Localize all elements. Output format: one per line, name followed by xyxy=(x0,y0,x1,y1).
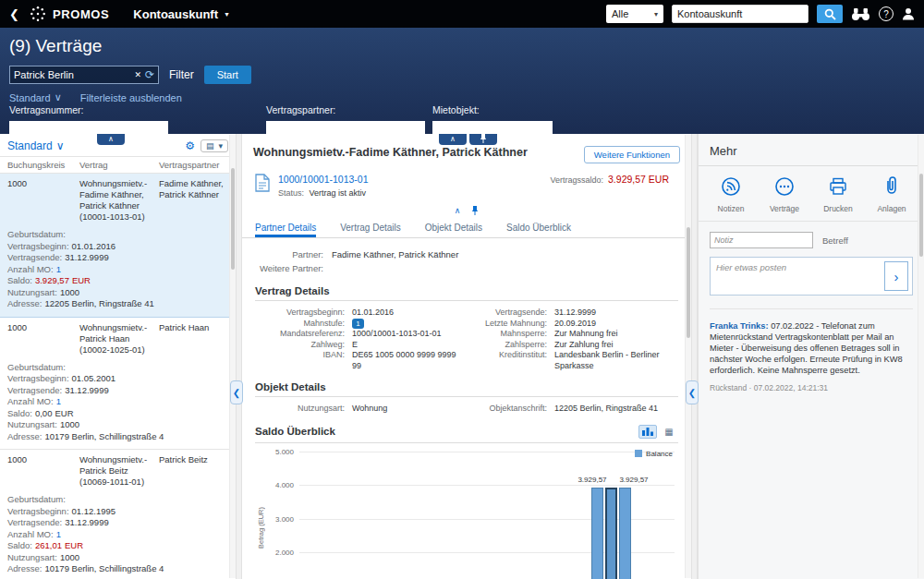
form-value: Wohnung xyxy=(352,404,387,415)
top-bar: ❮ PROMOS Kontoauskunft ▼ Alle ▾ xyxy=(0,0,924,28)
view-switch-button[interactable]: ▤ ▾ xyxy=(201,139,228,152)
pin-detail-tab[interactable] xyxy=(469,134,497,145)
detail-value: 31.12.9999 xyxy=(65,252,109,262)
detail-label: Adresse: xyxy=(7,298,43,308)
hide-filterbar-link[interactable]: Filterleiste ausblenden xyxy=(80,91,182,103)
note-composer-input[interactable] xyxy=(711,258,881,295)
tab-vertrag-details[interactable]: Vertrag Details xyxy=(340,218,401,237)
more-functions-button[interactable]: Weitere Funktionen xyxy=(584,146,680,163)
table-toggle-button[interactable]: ▦ xyxy=(660,425,678,439)
grid-view-icon: ▤ xyxy=(206,141,214,151)
tool-label: Anlagen xyxy=(869,204,915,213)
back-icon[interactable]: ❮ xyxy=(9,7,19,21)
contract-list-panel: Standard ∨ ⚙ ▤ ▾ Buchungskreis Vertrag V… xyxy=(0,134,236,579)
user-icon[interactable] xyxy=(902,7,915,20)
detail-value: 10179 Berlin, Schillingstraße 4 xyxy=(45,431,164,441)
refresh-icon[interactable]: ⟳ xyxy=(145,68,154,81)
scope-select[interactable]: Alle ▾ xyxy=(606,5,663,23)
collapse-list-tab[interactable]: ∧ xyxy=(97,134,125,145)
filter-field-vertragsnummer: Vertragsnummer: xyxy=(9,104,168,136)
start-button[interactable]: Start xyxy=(204,66,251,84)
chevron-up-icon[interactable]: ∧ xyxy=(455,206,461,215)
app-title: Kontoauskunft xyxy=(133,7,218,21)
filter-field-label: Vertragsnummer: xyxy=(9,104,168,115)
topbar-right-cluster: Alle ▾ ? xyxy=(606,5,915,23)
form-value: E xyxy=(352,340,358,351)
legend-swatch xyxy=(635,450,642,457)
right-splitter[interactable] xyxy=(691,134,698,579)
tool-drucken[interactable]: Drucken xyxy=(815,175,861,213)
detail-label: Geburtsdatum: xyxy=(7,494,66,504)
chevron-up-icon: ∧ xyxy=(450,135,456,143)
list-scrollbar[interactable] xyxy=(229,135,236,578)
chart-bar[interactable] xyxy=(619,488,631,579)
quick-search-input[interactable] xyxy=(14,69,130,80)
pin-icon xyxy=(480,134,487,143)
tab-partner-details[interactable]: Partner Details xyxy=(255,218,316,237)
detail-label: Anzahl MO: xyxy=(7,529,54,539)
app-title-menu[interactable]: Kontoauskunft ▼ xyxy=(133,7,230,21)
form-label: Mandatsreferenz: xyxy=(255,329,352,340)
tool-label: Verträge xyxy=(761,204,808,213)
detail-label: Nutzungsart: xyxy=(7,419,57,429)
detail-label: Anzahl MO: xyxy=(7,264,54,274)
chart-bar[interactable] xyxy=(605,488,617,579)
note-subject-input[interactable] xyxy=(710,232,813,248)
form-value: 31.12.9999 xyxy=(554,308,596,319)
quick-search-row: ✕ ⟳ Filter Start xyxy=(9,66,251,84)
form-label: Partner: xyxy=(255,247,323,261)
chevron-left-icon: ❮ xyxy=(233,388,240,398)
sidebar-tools: Notizen Verträge Drucken xyxy=(699,166,924,222)
detail-scrollbar[interactable] xyxy=(685,135,691,578)
variant-link[interactable]: Standard ∨ xyxy=(9,91,62,103)
collapse-detail-handle[interactable]: ❮ xyxy=(686,380,699,404)
clear-icon[interactable]: ✕ xyxy=(134,70,141,79)
detail-label: Geburtsdatum: xyxy=(7,362,66,372)
chevron-down-icon: ▾ xyxy=(218,141,223,151)
promos-logo: PROMOS xyxy=(29,5,109,23)
binoculars-icon[interactable] xyxy=(851,7,870,21)
chart-bar[interactable] xyxy=(591,488,603,579)
scope-select-value: Alle xyxy=(612,8,628,19)
bar-chart-icon xyxy=(642,427,653,436)
form-label: Zahlsperre: xyxy=(467,340,554,351)
column-header: Buchungskreis xyxy=(7,160,79,170)
detail-value: 1 xyxy=(56,264,61,274)
form-value: Zur Zahlung frei xyxy=(554,340,614,351)
bar-chart-toggle-button[interactable] xyxy=(638,425,657,439)
attachment-icon xyxy=(881,175,903,198)
search-button[interactable] xyxy=(817,5,843,23)
collapse-list-handle[interactable]: ❮ xyxy=(230,380,243,404)
contract-number-link[interactable]: 1000/10001-1013-01 xyxy=(278,174,369,185)
note-meta: Rückstand · 07.02.2022, 14:21:31 xyxy=(710,382,913,393)
note-author-link[interactable]: Franka Trinks: xyxy=(710,321,769,331)
tool-anlagen[interactable]: Anlagen xyxy=(869,175,915,213)
detail-label: Vertragsbeginn: xyxy=(7,506,69,516)
left-splitter[interactable] xyxy=(236,134,242,579)
list-item-haan[interactable]: 1000 Wohnungsmietv.-Patrick Haan (10002-… xyxy=(0,318,236,451)
help-icon[interactable]: ? xyxy=(879,6,894,21)
global-search-input[interactable] xyxy=(672,5,808,23)
legend-label: Balance xyxy=(646,450,673,458)
detail-label: Adresse: xyxy=(7,563,43,573)
tool-notizen[interactable]: Notizen xyxy=(708,175,754,213)
collapse-detail-tab[interactable]: ∧ xyxy=(439,134,467,145)
tab-objekt-details[interactable]: Objekt Details xyxy=(425,218,482,237)
tool-label: Notizen xyxy=(708,204,754,213)
list-column-headers: Buchungskreis Vertrag Vertragspartner xyxy=(0,156,236,174)
note-composer: › xyxy=(710,257,913,296)
list-variant-link[interactable]: Standard ∨ xyxy=(7,139,65,152)
list-item-beitz[interactable]: 1000 Wohnungsmietv.-Patrick Beitz (10069… xyxy=(0,450,236,579)
sidebar-scrollbar[interactable] xyxy=(918,135,924,578)
note-item: Franka Trinks: 07.02.2022 - Telefonat zu… xyxy=(710,308,913,393)
filter-header: (9) Verträge ✕ ⟳ Filter Start Standard ∨… xyxy=(0,28,924,134)
detail-label: Adresse: xyxy=(7,431,43,441)
tab-saldo-ueberblick[interactable]: Saldo Überblick xyxy=(506,218,571,237)
list-item-kaethner[interactable]: 1000 Wohnungsmietv.-Fadime Käthner, Patr… xyxy=(0,174,236,318)
column-header: Vertrag xyxy=(79,160,159,170)
post-note-button[interactable]: › xyxy=(884,261,908,291)
detail-label: Saldo: xyxy=(7,408,32,418)
pin-icon[interactable] xyxy=(471,206,479,215)
gear-icon[interactable]: ⚙ xyxy=(185,139,195,152)
tool-vertraege[interactable]: Verträge xyxy=(761,175,808,213)
